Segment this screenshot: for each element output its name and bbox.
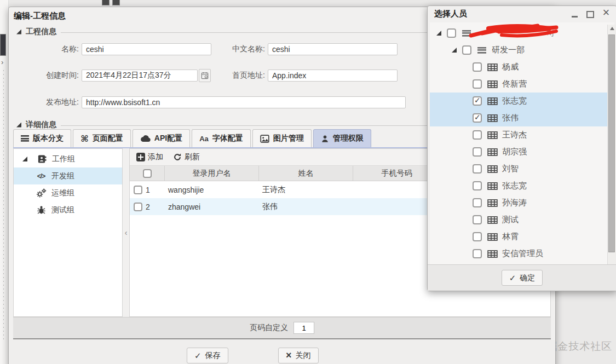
dialog-footer: 保存 关闭 [9,340,555,364]
cloud-icon [140,135,151,142]
column-header-username[interactable]: 登录用户名 [165,166,259,181]
group-tree-item-1[interactable]: 开发组 [14,167,122,184]
grid-icon [487,165,498,173]
tab-label: API配置 [154,134,182,143]
tab-label: 图片管理 [273,134,304,143]
collapse-triangle-icon [16,123,21,128]
person-tree-item-7[interactable]: 胡宗强 [430,143,614,160]
person-checkbox[interactable] [473,79,482,89]
group-tree-item-0[interactable]: 工作组 [14,151,122,167]
gears-icon [36,188,47,198]
person-tree-item-8[interactable]: 刘智 [430,160,614,177]
cn-name-input[interactable] [268,43,398,55]
row-checkbox[interactable] [134,186,142,194]
grid-icon [487,80,498,88]
home-url-label: 首页地址: [210,71,265,80]
calendar-picker-button[interactable] [199,69,211,82]
group-tree-item-3[interactable]: 测试组 [14,201,122,218]
tab-4[interactable]: 图片管理 [252,129,312,147]
grid-icon [487,63,498,71]
close-button[interactable]: 关闭 [278,348,319,363]
person-tree-label: 研发一部 [492,45,525,55]
person-tree-item-4[interactable]: 张志宽 [430,93,614,109]
person-tree-item-0[interactable]: 司 [430,25,614,42]
person-tree-item-3[interactable]: 佟新营 [430,76,614,93]
expander-icon[interactable] [436,31,441,36]
save-button-label: 保存 [205,351,221,361]
person-checkbox[interactable] [473,164,482,174]
section-title: 详细信息 [26,120,56,130]
page-number-input[interactable] [293,322,314,334]
person-tree-item-1[interactable]: 研发一部 [430,42,614,59]
select-all-checkbox[interactable] [143,169,152,178]
person-checkbox[interactable] [473,215,482,224]
person-tree-item-2[interactable]: 杨威 [430,59,614,76]
refresh-button[interactable]: 刷新 [173,152,200,162]
personnel-tree: 司研发一部杨威佟新营张志宽张伟王诗杰胡宗强刘智张志宽孙海涛测试林霄安信管理员 [430,22,614,264]
vertical-scrollbar[interactable] [607,25,616,271]
check-icon [509,273,516,283]
person-tree-item-9[interactable]: 张志宽 [430,177,614,194]
expander-icon[interactable] [452,48,457,53]
bug-icon [37,205,45,215]
cn-name-label: 中文名称: [210,44,265,54]
scrollbar-thumb[interactable] [608,34,615,252]
grid-icon [487,97,498,105]
tab-5[interactable]: 管理权限 [313,129,371,147]
person-tree-label: 张志宽 [502,96,527,106]
group-tree-label: 工作组 [52,154,75,164]
tab-2[interactable]: API配置 [133,129,190,147]
background-toolbar-icon [102,0,120,5]
person-checkbox[interactable] [473,249,482,258]
add-button[interactable]: 添加 [136,152,163,162]
person-tree-label: 安信管理员 [502,249,543,259]
minimize-button[interactable] [569,9,580,19]
create-time-input[interactable] [82,70,198,82]
group-tree-item-2[interactable]: 运维组 [14,184,122,201]
person-tree-item-13[interactable]: 安信管理员 [430,245,614,262]
person-tree-item-12[interactable]: 林霄 [430,228,614,245]
person-checkbox[interactable] [473,62,482,72]
person-checkbox[interactable] [462,45,471,55]
person-checkbox[interactable] [473,96,482,106]
close-icon [603,8,610,19]
person-tree-label: 佟新营 [502,79,527,89]
person-checkbox[interactable] [473,147,482,157]
select-dialog-titlebar: 选择人员 [428,6,616,21]
person-checkbox[interactable] [473,232,482,241]
tab-3[interactable]: 字体配置 [192,129,251,147]
collapse-triangle-icon [16,30,21,34]
person-tree-item-5[interactable]: 张伟 [430,109,614,126]
select-all-column-header[interactable] [130,166,165,181]
home-url-input[interactable] [268,70,398,82]
person-checkbox[interactable] [473,113,482,123]
person-checkbox[interactable] [473,130,482,140]
tab-1[interactable]: 页面配置 [73,129,131,147]
plus-icon [136,153,145,161]
expander-icon[interactable] [22,157,27,161]
cell-name: 王诗杰 [259,181,353,198]
person-checkbox[interactable] [473,198,482,207]
tab-label: 页面配置 [93,134,123,143]
person-tree-item-10[interactable]: 孙海涛 [430,194,614,211]
maximize-button[interactable] [585,9,596,19]
publish-url-input[interactable] [82,96,406,108]
row-checkbox[interactable] [134,203,142,211]
column-header-name[interactable]: 姓名 [259,166,353,181]
person-tree-item-6[interactable]: 王诗杰 [430,126,614,143]
person-tree-item-11[interactable]: 测试 [430,211,614,228]
person-checkbox[interactable] [473,181,482,190]
scroll-up-icon[interactable] [608,25,616,32]
x-icon [286,351,292,360]
splitter-collapse-button[interactable] [123,148,129,317]
save-button[interactable]: 保存 [187,348,228,363]
person-checkbox[interactable] [447,28,456,38]
page-custom-label: 页码自定义 [250,323,288,333]
tab-0[interactable]: 版本分支 [13,129,71,147]
contacts-icon [37,154,47,164]
background-fragment [0,34,6,56]
name-input[interactable] [82,43,211,55]
window-close-button[interactable] [601,9,612,19]
ok-button[interactable]: 确定 [502,270,543,286]
grid-icon [487,182,498,190]
